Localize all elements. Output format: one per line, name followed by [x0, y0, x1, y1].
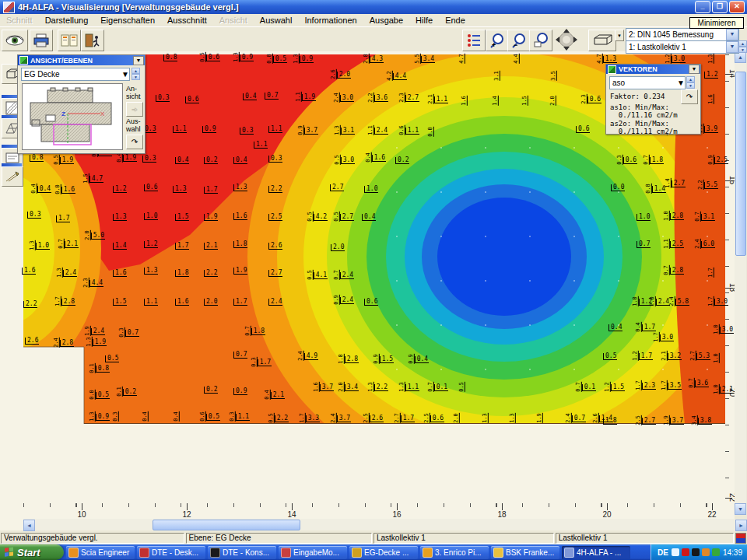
- legend-button[interactable]: [462, 30, 486, 51]
- chevron-down-icon[interactable]: ▼: [726, 29, 738, 40]
- taskbar-item-icon: [352, 548, 362, 558]
- vertical-scroll-thumb[interactable]: [735, 72, 746, 256]
- view-3d-dropdown[interactable]: ▼: [615, 30, 624, 41]
- status-bar: Verwaltungsgebäude vergl.Ebene: EG Decke…: [0, 532, 747, 544]
- start-button[interactable]: Start: [0, 544, 64, 560]
- chevron-down-icon: ▼: [617, 33, 622, 38]
- manual-button[interactable]: [58, 30, 81, 51]
- pan-cross-icon: [553, 28, 580, 51]
- chevron-down-icon[interactable]: ▼: [121, 70, 129, 79]
- cuboid-icon: [591, 33, 613, 47]
- vector-spinner[interactable]: ▲▼: [686, 76, 695, 88]
- x-ruler-number: 10: [77, 510, 86, 519]
- menu-bar: SchnittDarstellungEigenschaftenAusschnit…: [0, 14, 747, 27]
- taskbar: Start Scia EngineerDTE - Desk...DTE - Ko…: [0, 544, 747, 560]
- legend-list-icon: [466, 33, 482, 48]
- plan-preview[interactable]: X Z: [22, 83, 123, 150]
- chevron-left-icon[interactable]: [672, 548, 679, 556]
- chevron-down-icon[interactable]: ▼: [677, 79, 685, 87]
- menu-item-informationen[interactable]: Informationen: [298, 15, 363, 26]
- taskbar-item[interactable]: EingabeMo...: [279, 546, 347, 559]
- minimize-button[interactable]: _: [695, 1, 710, 13]
- clock: 14:39: [723, 548, 742, 557]
- vector-combo[interactable]: aso ▼: [609, 76, 686, 89]
- zoom-out-button[interactable]: −: [507, 30, 531, 51]
- ansicht-panel-titlebar[interactable]: ANSICHT/EBENEN ▼: [18, 55, 145, 65]
- scroll-right-button[interactable]: ►: [735, 520, 747, 531]
- taskbar-item-label: 4H-ALFA - ...: [577, 548, 621, 557]
- menu-item-darstellung[interactable]: Darstellung: [39, 15, 95, 26]
- x-ruler-number: 12: [182, 510, 191, 519]
- view-3d-button[interactable]: [588, 30, 616, 51]
- scroll-down-button[interactable]: ▼: [735, 503, 746, 515]
- x-ruler-number: 22: [707, 510, 716, 519]
- start-label: Start: [17, 547, 40, 558]
- y-ruler: [725, 54, 729, 504]
- taskbar-item-icon: [423, 548, 433, 558]
- panel-shade-button[interactable]: ▼: [133, 56, 144, 65]
- horizontal-scrollbar[interactable]: [23, 519, 746, 530]
- taskbar-item-label: DTE - Desk...: [152, 548, 198, 557]
- panda-icon[interactable]: [692, 548, 700, 556]
- panel-icon: [608, 65, 616, 74]
- panel-shade-button[interactable]: ▼: [689, 65, 700, 74]
- view-eye-button[interactable]: [2, 30, 28, 51]
- curved-arrow-icon: ↷: [686, 93, 693, 101]
- menu-item-ende[interactable]: Ende: [439, 15, 472, 26]
- level-spinner[interactable]: ▲▼: [132, 68, 140, 79]
- brush-icon[interactable]: [702, 548, 710, 556]
- taskbar-item-icon: [564, 548, 574, 558]
- app-window: 4H-ALFA - Visualisierung [Verwaltungsgeb…: [0, 0, 747, 560]
- status-icon: [735, 533, 746, 544]
- menu-item-eigenschaften[interactable]: Eigenschaften: [94, 15, 161, 26]
- menu-item-auswahl[interactable]: Auswahl: [254, 15, 299, 26]
- menu-item-ansicht: Ansicht: [213, 15, 254, 26]
- taskbar-item[interactable]: DTE - Desk...: [137, 546, 205, 559]
- as2o-value: 0./11.11 cm2/m: [610, 128, 678, 135]
- refresh-button[interactable]: ↷: [681, 89, 698, 104]
- menu-item-ausschnitt[interactable]: Ausschnitt: [161, 15, 213, 26]
- arrow-right-icon: ➾: [132, 105, 138, 114]
- taskbar-item-icon: [493, 548, 503, 558]
- menu-item-hilfe[interactable]: Hilfe: [409, 15, 439, 26]
- loadcase-spinner[interactable]: ▲▼: [738, 40, 747, 52]
- taskbar-item[interactable]: 3. Enrico Pi...: [420, 546, 489, 559]
- scroll-left-button[interactable]: ◄: [23, 520, 35, 531]
- design-combo[interactable]: 2: DIN 1045 Bemessung ▼: [626, 28, 739, 41]
- ansicht-apply-button[interactable]: ➾: [126, 102, 143, 117]
- taskbar-item[interactable]: BSK Franke...: [491, 546, 559, 559]
- x-ruler-number: 14: [287, 510, 296, 519]
- zoom-rect-icon: [533, 33, 549, 48]
- menu-item-schnitt: Schnitt: [0, 15, 39, 26]
- vector-combo-value: aso: [610, 79, 677, 87]
- print-button[interactable]: [30, 30, 53, 51]
- book-icon: [61, 33, 78, 47]
- text-box-icon: [5, 152, 19, 163]
- auswahl-apply-button[interactable]: ↷: [126, 135, 143, 149]
- zoom-window-button[interactable]: [529, 30, 552, 51]
- pan-button[interactable]: [552, 28, 580, 51]
- as1o-label: as1o: Min/Max:: [610, 103, 669, 111]
- taskbar-item[interactable]: EG-Decke ...: [349, 546, 418, 559]
- green-shield-icon[interactable]: [712, 548, 720, 556]
- media-red-icon[interactable]: [682, 548, 689, 556]
- exit-button[interactable]: [81, 30, 104, 51]
- vektoren-panel-titlebar[interactable]: VEKTOREN ▼: [606, 65, 700, 74]
- horizontal-scroll-thumb[interactable]: [153, 520, 300, 530]
- taskbar-item[interactable]: Scia Engineer: [66, 546, 135, 559]
- chevron-down-icon[interactable]: ▼: [726, 41, 738, 53]
- level-combo[interactable]: EG Decke ▼: [21, 68, 130, 81]
- plan-sketch: X Z: [23, 84, 121, 148]
- ansicht-panel-title: ANSICHT/EBENEN: [30, 57, 93, 65]
- loadcase-combo[interactable]: 1: Lastkollektiv 1 ▼: [626, 40, 739, 54]
- taskbar-item[interactable]: DTE - Kons...: [208, 546, 276, 559]
- close-button[interactable]: ✕: [729, 1, 745, 13]
- zoom-in-button[interactable]: +: [486, 30, 509, 51]
- status-field: Lastkollektiv 1: [556, 533, 735, 544]
- panel-icon: [19, 56, 28, 65]
- language-indicator[interactable]: DE: [658, 548, 668, 557]
- restore-button[interactable]: ❐: [712, 1, 728, 13]
- menu-item-ausgabe[interactable]: Ausgabe: [363, 15, 409, 26]
- vector-display-button[interactable]: [2, 166, 23, 187]
- taskbar-item[interactable]: 4H-ALFA - ...: [562, 546, 630, 559]
